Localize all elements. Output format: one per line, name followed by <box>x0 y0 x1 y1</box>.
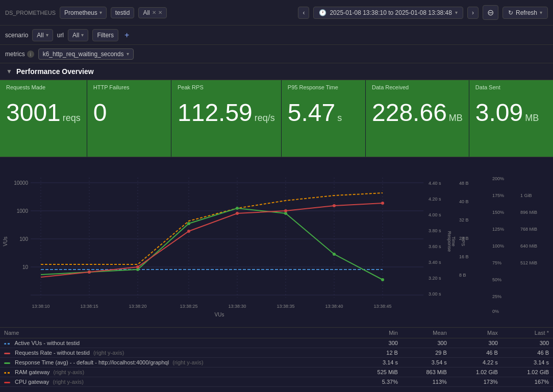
all-tag: All ✕ ✕ <box>138 7 166 18</box>
legend-min: 5.37% <box>353 377 402 387</box>
svg-text:150%: 150% <box>492 210 504 215</box>
svg-text:896 MiB: 896 MiB <box>520 210 537 215</box>
svg-text:100: 100 <box>19 236 28 242</box>
col-last: Last * <box>502 328 553 338</box>
stat-card-title: P95 Response Time <box>288 84 359 90</box>
legend-mean: 3.54 s <box>402 358 451 368</box>
stat-card-0: Requests Made 3001 reqs <box>0 80 87 157</box>
legend-name: Active VUs - without testid <box>0 338 353 348</box>
svg-text:48 B: 48 B <box>459 181 469 186</box>
svg-text:3.80 s: 3.80 s <box>429 228 441 233</box>
stat-card-1: HTTP Failures 0 <box>87 80 171 157</box>
svg-text:13:38:30: 13:38:30 <box>228 304 246 309</box>
legend-last: 3.14 s <box>502 358 553 368</box>
svg-text:3.40 s: 3.40 s <box>429 260 441 265</box>
stat-card-title: Peak RPS <box>178 84 275 90</box>
svg-text:4.40 s: 4.40 s <box>429 181 441 186</box>
section-chevron[interactable]: ▼ <box>6 68 12 75</box>
stat-number: 5.47 <box>288 101 335 125</box>
svg-text:24 B: 24 B <box>459 236 469 241</box>
svg-point-35 <box>381 278 384 281</box>
chevron-down-icon: ▾ <box>81 32 84 38</box>
legend-name: RAM gateway (right y-axis) <box>0 368 353 377</box>
svg-point-42 <box>381 202 384 205</box>
metrics-chevron: ▾ <box>127 51 129 57</box>
svg-text:13:38:20: 13:38:20 <box>129 304 146 309</box>
legend-min: 525 MiB <box>353 368 402 377</box>
stat-unit: MB <box>525 113 539 124</box>
svg-text:VUs: VUs <box>3 237 8 247</box>
top-toolbar: DS_PROMETHEUS Prometheus ▾ testid All ✕ … <box>0 0 553 26</box>
legend-last: 46 B <box>502 348 553 358</box>
time-nav-prev[interactable]: ‹ <box>298 7 309 19</box>
legend-max: 1.02 GiB <box>451 368 502 377</box>
svg-text:25%: 25% <box>492 294 501 299</box>
stat-card-3: P95 Response Time 5.47 s <box>282 80 366 157</box>
stat-cards-container: Requests Made 3001 reqs HTTP Failures 0 … <box>0 80 553 157</box>
table-row: RAM gateway (right y-axis) 525 MiB 863 M… <box>0 368 553 377</box>
add-filter-button[interactable]: + <box>122 30 131 41</box>
time-range-display[interactable]: 🕐 2025-01-08 13:38:10 to 2025-01-08 13:3… <box>313 7 463 19</box>
stat-card-title: Requests Made <box>6 84 81 90</box>
legend-table: Name Min Mean Max Last * Active VUs - wi… <box>0 328 553 387</box>
svg-text:13:38:25: 13:38:25 <box>180 304 197 309</box>
svg-text:50%: 50% <box>492 277 501 282</box>
svg-text:16 B: 16 B <box>459 254 469 259</box>
table-row: CPU gateway (right y-axis) 5.37% 113% 17… <box>0 377 553 387</box>
main-chart: 10000 1000 100 10 VUs 13:38:10 13:38:15 … <box>0 162 553 321</box>
section-title: Performance Overview <box>16 67 94 76</box>
stat-number: 112.59 <box>178 101 253 125</box>
stat-number: 228.66 <box>372 101 447 125</box>
legend-mean: 29 B <box>402 348 451 358</box>
svg-text:512 MiB: 512 MiB <box>520 260 537 265</box>
svg-text:4.20 s: 4.20 s <box>429 197 441 202</box>
zoom-out-button[interactable]: ⊖ <box>483 5 498 20</box>
svg-point-32 <box>236 207 239 210</box>
svg-text:Time: Time <box>451 236 456 247</box>
stat-unit: reqs <box>63 113 81 124</box>
svg-point-37 <box>136 265 139 268</box>
svg-text:32 B: 32 B <box>459 217 469 223</box>
legend-min: 12 B <box>353 348 402 358</box>
legend-container: Name Min Mean Max Last * Active VUs - wi… <box>0 327 553 387</box>
svg-text:13:38:45: 13:38:45 <box>373 304 391 309</box>
svg-text:100%: 100% <box>492 243 504 249</box>
svg-text:13:38:10: 13:38:10 <box>32 304 49 309</box>
svg-text:VUs: VUs <box>215 312 224 317</box>
url-dropdown[interactable]: All ▾ <box>68 29 88 41</box>
col-max: Max <box>451 328 502 338</box>
svg-text:3.00 s: 3.00 s <box>429 291 441 297</box>
svg-point-41 <box>333 204 336 207</box>
svg-text:200%: 200% <box>492 176 504 181</box>
svg-point-34 <box>333 253 336 256</box>
close-icon-2[interactable]: ✕ <box>158 10 162 15</box>
scenario-dropdown[interactable]: All ▾ <box>32 29 53 41</box>
metrics-label: metrics i <box>5 51 34 58</box>
svg-text:3.60 s: 3.60 s <box>429 244 441 249</box>
svg-text:40 B: 40 B <box>459 199 469 204</box>
stat-number: 0 <box>93 101 107 125</box>
refresh-icon: ↻ <box>508 9 513 16</box>
time-nav-next[interactable]: › <box>467 7 479 19</box>
svg-text:640 MiB: 640 MiB <box>520 243 537 249</box>
url-label: url <box>57 32 64 39</box>
svg-text:125%: 125% <box>492 227 504 232</box>
refresh-button[interactable]: ↻ Refresh ▾ <box>502 7 548 19</box>
legend-color <box>4 353 10 354</box>
svg-text:175%: 175% <box>492 193 504 198</box>
svg-point-38 <box>187 230 190 233</box>
metrics-toolbar: metrics i k6_http_req_waiting_seconds ▾ <box>0 45 553 63</box>
stat-unit: req/s <box>255 113 275 124</box>
scenario-label: scenario <box>5 32 28 39</box>
filters-button[interactable]: Filters <box>92 29 118 41</box>
legend-max: 46 B <box>451 348 502 358</box>
col-name: Name <box>0 328 353 338</box>
legend-min: 300 <box>353 338 402 348</box>
legend-color <box>4 382 10 383</box>
metrics-dropdown[interactable]: k6_http_req_waiting_seconds ▾ <box>38 48 134 60</box>
legend-mean: 113% <box>402 377 451 387</box>
close-icon[interactable]: ✕ <box>152 10 156 15</box>
col-mean: Mean <box>402 328 451 338</box>
datasource-dropdown[interactable]: Prometheus ▾ <box>60 7 107 19</box>
stat-card-value: 228.66 MB <box>372 101 463 125</box>
